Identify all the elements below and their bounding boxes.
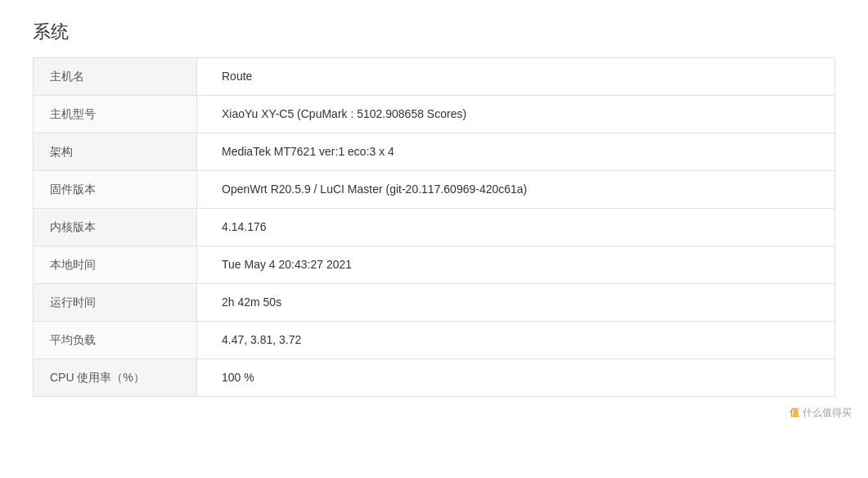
row-value: MediaTek MT7621 ver:1 eco:3 x 4 (197, 133, 835, 171)
row-label: 内核版本 (34, 209, 197, 246)
system-info-table: 主机名Route主机型号XiaoYu XY-C5 (CpuMark : 5102… (33, 57, 835, 397)
table-row: 主机型号XiaoYu XY-C5 (CpuMark : 5102.908658 … (34, 96, 835, 133)
table-row: CPU 使用率（%）100 % (34, 359, 835, 397)
row-value: 4.14.176 (197, 209, 835, 246)
row-value: 2h 42m 50s (197, 284, 835, 322)
row-value: Route (197, 58, 835, 96)
row-label: 平均负载 (34, 322, 197, 359)
table-row: 固件版本OpenWrt R20.5.9 / LuCI Master (git-2… (34, 171, 835, 209)
watermark: 值 什么值得买 (789, 406, 852, 420)
row-value: XiaoYu XY-C5 (CpuMark : 5102.908658 Scor… (197, 96, 835, 133)
row-label: 架构 (34, 133, 197, 171)
table-row: 架构MediaTek MT7621 ver:1 eco:3 x 4 (34, 133, 835, 171)
row-label: 本地时间 (34, 246, 197, 284)
table-row: 内核版本4.14.176 (34, 209, 835, 246)
watermark-icon: 值 (789, 406, 799, 420)
row-value: OpenWrt R20.5.9 / LuCI Master (git-20.11… (197, 171, 835, 209)
table-row: 本地时间Tue May 4 20:43:27 2021 (34, 246, 835, 284)
row-value: Tue May 4 20:43:27 2021 (197, 246, 835, 284)
row-label: 固件版本 (34, 171, 197, 209)
row-label: 主机型号 (34, 96, 197, 133)
watermark-text: 什么值得买 (803, 406, 852, 420)
row-label: 运行时间 (34, 284, 197, 322)
row-label: 主机名 (34, 58, 197, 96)
page-container: 系统 主机名Route主机型号XiaoYu XY-C5 (CpuMark : 5… (0, 0, 868, 430)
table-row: 运行时间2h 42m 50s (34, 284, 835, 322)
row-value: 4.47, 3.81, 3.72 (197, 322, 835, 359)
row-value: 100 % (197, 359, 835, 397)
table-row: 主机名Route (34, 58, 835, 96)
table-row: 平均负载4.47, 3.81, 3.72 (34, 322, 835, 359)
page-title: 系统 (33, 20, 835, 44)
row-label: CPU 使用率（%） (34, 359, 197, 397)
